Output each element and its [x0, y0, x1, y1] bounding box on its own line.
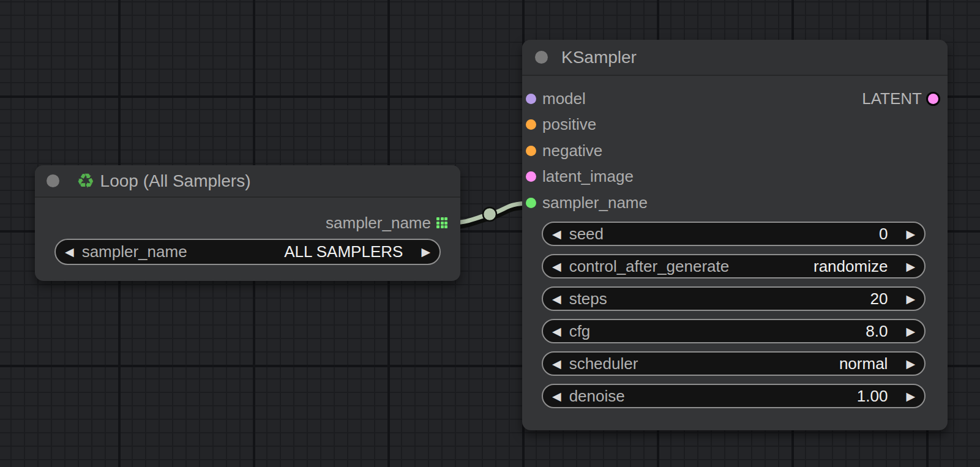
- widget-label: seed: [569, 225, 604, 244]
- link-midpoint-dot[interactable]: [483, 207, 496, 221]
- widget-value: normal: [839, 354, 888, 373]
- input-slot-latent-image: latent_image: [526, 164, 948, 190]
- collapse-dot[interactable]: [535, 51, 548, 64]
- stepper-left-icon[interactable]: ◀: [552, 228, 561, 240]
- stepper-right-icon[interactable]: ▶: [906, 293, 915, 305]
- widget-value: 20: [870, 290, 888, 308]
- widget-seed[interactable]: ◀ seed 0 ▶: [542, 222, 926, 246]
- widget-label: denoise: [569, 387, 625, 406]
- node-loop-all-samplers[interactable]: ♻ Loop (All Samplers) sampler_name ◀ sam…: [35, 165, 460, 281]
- header-divider: [35, 196, 460, 198]
- stepper-right-icon[interactable]: ▶: [906, 326, 915, 337]
- widget-label: control_after_generate: [569, 257, 730, 276]
- widget-value: ALL SAMPLERS: [284, 242, 403, 261]
- input-dot[interactable]: [526, 146, 536, 156]
- node-ksampler-header[interactable]: KSampler: [522, 40, 948, 75]
- collapse-dot[interactable]: [47, 174, 59, 187]
- stepper-left-icon[interactable]: ◀: [552, 261, 561, 272]
- stepper-right-icon[interactable]: ▶: [906, 228, 915, 240]
- comfyui-graph: { "ui": { "arrow_left": "◀", "arrow_righ…: [0, 0, 980, 467]
- input-dot[interactable]: [526, 198, 536, 208]
- input-slot-sampler-name: sampler_name: [526, 190, 948, 216]
- widget-value: 0: [879, 225, 888, 244]
- input-slot-label: negative: [542, 141, 602, 160]
- stepper-left-icon[interactable]: ◀: [552, 293, 561, 305]
- input-dot[interactable]: [526, 171, 536, 182]
- widget-label: sampler_name: [82, 242, 187, 261]
- input-slot-label: positive: [542, 115, 596, 134]
- node-title: Loop (All Samplers): [100, 171, 251, 191]
- node-title: KSampler: [561, 48, 637, 67]
- widget-sampler-name[interactable]: ◀ sampler_name ALL SAMPLERS ▶: [54, 239, 441, 265]
- input-dot[interactable]: [526, 119, 536, 130]
- widget-denoise[interactable]: ◀ denoise 1.00 ▶: [542, 384, 926, 408]
- widget-label: scheduler: [569, 354, 638, 373]
- stepper-right-icon[interactable]: ▶: [906, 390, 915, 402]
- widget-steps[interactable]: ◀ steps 20 ▶: [542, 286, 926, 311]
- combo-output-grid-icon[interactable]: [436, 217, 447, 228]
- stepper-left-icon[interactable]: ◀: [552, 390, 561, 402]
- widget-value: 1.00: [857, 387, 888, 406]
- widget-cfg[interactable]: ◀ cfg 8.0 ▶: [542, 319, 926, 343]
- node-ksampler[interactable]: KSampler model positive negative latent_…: [522, 40, 948, 430]
- widget-value: randomize: [814, 257, 888, 276]
- stepper-left-icon[interactable]: ◀: [65, 246, 74, 258]
- input-slot-label: latent_image: [542, 167, 634, 186]
- output-dot[interactable]: [928, 94, 938, 104]
- input-slot-label: sampler_name: [542, 193, 648, 212]
- widget-control-after-generate[interactable]: ◀ control_after_generate randomize ▶: [542, 254, 926, 278]
- input-dot[interactable]: [526, 94, 536, 104]
- stepper-right-icon[interactable]: ▶: [906, 261, 915, 272]
- widget-label: steps: [569, 290, 607, 308]
- output-slot-latent: LATENT: [862, 90, 938, 107]
- recycle-icon: ♻: [77, 171, 95, 191]
- stepper-right-icon[interactable]: ▶: [906, 358, 915, 370]
- header-divider: [522, 75, 948, 76]
- input-slot-positive: positive: [526, 112, 948, 138]
- stepper-left-icon[interactable]: ◀: [552, 358, 561, 370]
- output-slot-label: sampler_name: [326, 214, 431, 233]
- widget-scheduler[interactable]: ◀ scheduler normal ▶: [542, 351, 926, 376]
- widget-label: cfg: [569, 322, 591, 341]
- input-slot-label: model: [542, 89, 586, 108]
- stepper-left-icon[interactable]: ◀: [552, 326, 561, 337]
- output-slot-label: LATENT: [862, 89, 922, 108]
- output-slot-sampler-name: sampler_name: [326, 213, 447, 233]
- stepper-right-icon[interactable]: ▶: [421, 246, 430, 258]
- input-slot-negative: negative: [526, 138, 948, 164]
- node-loop-header[interactable]: ♻ Loop (All Samplers): [35, 165, 460, 196]
- widget-value: 8.0: [866, 322, 888, 341]
